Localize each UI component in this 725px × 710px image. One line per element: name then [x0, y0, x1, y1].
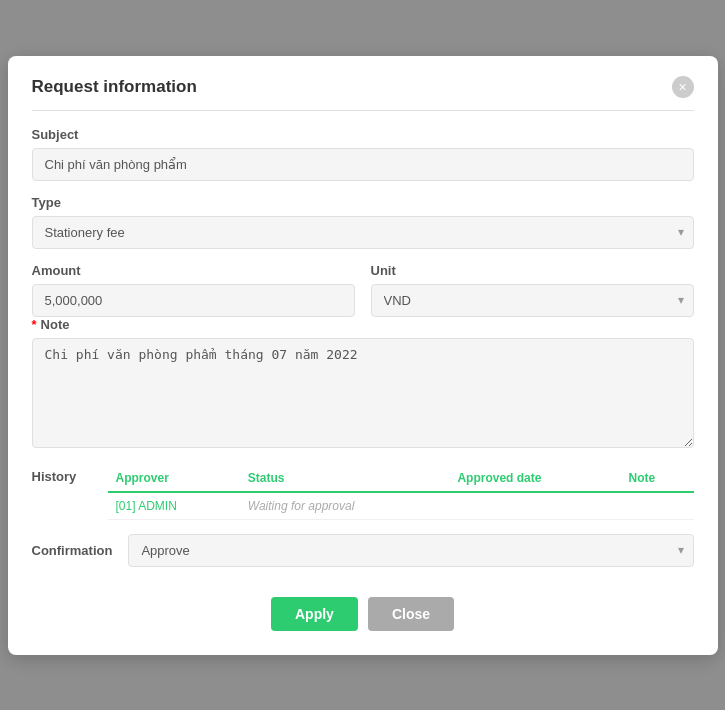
amount-label: Amount: [32, 263, 355, 278]
subject-input[interactable]: [32, 148, 694, 181]
note-label: *Note: [32, 317, 694, 332]
history-col-approver: Approver: [108, 465, 240, 492]
required-indicator: *: [32, 317, 37, 332]
type-select-wrapper: Stationery fee ▾: [32, 216, 694, 249]
history-col-status: Status: [240, 465, 450, 492]
history-table: Approver Status Approved date Note [01] …: [108, 465, 694, 520]
table-row: [01] ADMIN Waiting for approval: [108, 492, 694, 520]
confirmation-select-wrapper: Approve ▾: [128, 534, 693, 567]
note-group: *Note: [32, 317, 694, 451]
history-table-wrapper: Approver Status Approved date Note [01] …: [108, 465, 694, 520]
type-group: Type Stationery fee ▾: [32, 195, 694, 249]
history-col-note: Note: [620, 465, 693, 492]
history-section: History Approver Status Approved date No…: [32, 465, 694, 520]
status-badge: Waiting for approval: [248, 499, 355, 513]
approver-link[interactable]: [01] ADMIN: [116, 499, 177, 513]
amount-input[interactable]: [32, 284, 355, 317]
close-button[interactable]: Close: [368, 597, 454, 631]
history-table-head: Approver Status Approved date Note: [108, 465, 694, 492]
note-textarea[interactable]: [32, 338, 694, 448]
modal-header: Request information ×: [32, 76, 694, 98]
confirmation-select[interactable]: Approve: [128, 534, 693, 567]
modal-overlay: Request information × Subject Type Stati…: [0, 0, 725, 710]
amount-unit-row: Amount Unit VND ▾: [32, 263, 694, 317]
history-label: History: [32, 465, 92, 520]
cell-approved-date: [449, 492, 620, 520]
unit-select-wrapper: VND ▾: [371, 284, 694, 317]
cell-approver: [01] ADMIN: [108, 492, 240, 520]
history-col-approved-date: Approved date: [449, 465, 620, 492]
cell-status: Waiting for approval: [240, 492, 450, 520]
subject-label: Subject: [32, 127, 694, 142]
apply-button[interactable]: Apply: [271, 597, 358, 631]
unit-group: Unit VND ▾: [371, 263, 694, 317]
cell-note: [620, 492, 693, 520]
confirmation-section: Confirmation Approve ▾: [32, 534, 694, 567]
confirm-select-container: Approve ▾: [128, 534, 693, 567]
modal-close-button[interactable]: ×: [672, 76, 694, 98]
confirmation-label: Confirmation: [32, 543, 113, 558]
type-select[interactable]: Stationery fee: [32, 216, 694, 249]
modal-footer: Apply Close: [32, 587, 694, 631]
modal-dialog: Request information × Subject Type Stati…: [8, 56, 718, 655]
amount-group: Amount: [32, 263, 355, 317]
history-header-row: Approver Status Approved date Note: [108, 465, 694, 492]
unit-label: Unit: [371, 263, 694, 278]
history-table-body: [01] ADMIN Waiting for approval: [108, 492, 694, 520]
type-label: Type: [32, 195, 694, 210]
subject-group: Subject: [32, 127, 694, 181]
header-divider: [32, 110, 694, 111]
modal-title: Request information: [32, 77, 197, 97]
unit-select[interactable]: VND: [371, 284, 694, 317]
